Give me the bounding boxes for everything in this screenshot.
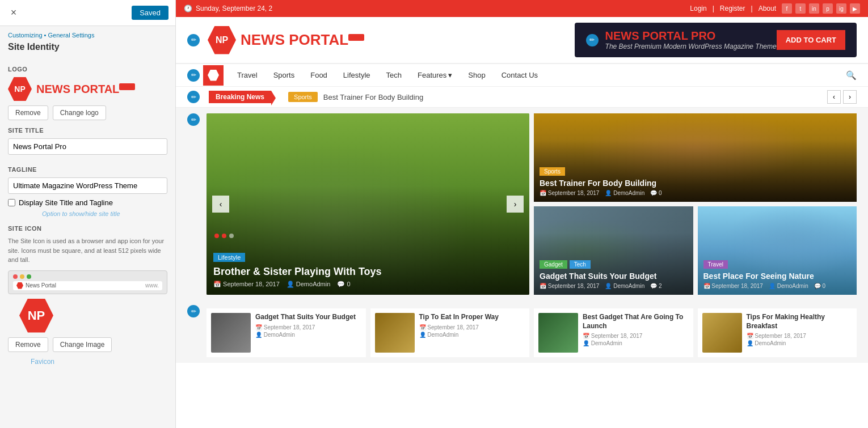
login-link[interactable]: Login — [690, 5, 706, 12]
youtube-icon[interactable]: ▶ — [850, 3, 860, 14]
pinterest-icon[interactable]: p — [823, 3, 833, 14]
fitness-date: 📅 September 18, 2017 — [540, 190, 599, 196]
hero-grid-inner: ‹ › Lifestyle Brother & Sister Playing W… — [207, 113, 857, 295]
mini-card-2-meta: 📅 September 18, 2017 👤 DemoAdmin — [419, 324, 525, 338]
main-content: ✏ ‹ › — [176, 108, 868, 363]
breaking-prev-button[interactable]: ‹ — [827, 90, 841, 104]
breadcrumb: Customizing • General Settings — [0, 26, 175, 40]
mini-card-2-title: Tip To Eat In Proper Way — [419, 313, 525, 322]
nav-sports[interactable]: Sports — [266, 64, 303, 86]
instagram-icon[interactable]: ig — [836, 3, 846, 14]
nav-contact[interactable]: Contact Us — [494, 64, 546, 86]
logo-section-label: Logo — [8, 66, 167, 73]
favicon-label: Favicon — [31, 358, 167, 366]
hero-top-right-card[interactable]: Sports Best Trainer For Body Building 📅 … — [534, 113, 857, 202]
hero-main-card[interactable]: ‹ › Lifestyle Brother & Sister Playing W… — [207, 113, 529, 295]
add-to-cart-button[interactable]: ADD TO CART — [777, 30, 845, 50]
hero-main-meta: 📅 September 18, 2017 👤 DemoAdmin 💬 0 — [213, 281, 523, 288]
panel-section-title: Site Identity — [0, 40, 175, 59]
twitter-icon[interactable]: t — [795, 3, 806, 14]
fitness-meta: 📅 September 18, 2017 👤 DemoAdmin 💬 0 — [540, 190, 851, 196]
breaking-next-button[interactable]: › — [843, 90, 857, 104]
mini-card-1-meta: 📅 September 18, 2017 👤 DemoAdmin — [255, 324, 361, 338]
mini-card-1-content: Gadget That Suits Your Budget 📅 Septembe… — [255, 313, 361, 338]
site-title-input[interactable] — [8, 138, 167, 155]
header-banner: ✏ NEWS PORTAL PRO The Best Premium Moder… — [575, 23, 857, 57]
travel-title: Best Place For Seeing Nature — [703, 271, 852, 281]
header-logo-text: NEWS PORTALPRO — [241, 31, 364, 49]
mini-card-2-image — [375, 313, 415, 353]
browser-favicon — [16, 282, 23, 289]
tagline-input[interactable] — [8, 177, 167, 194]
breaking-tag: Sports — [288, 92, 318, 102]
nav-logo-icon — [203, 65, 224, 86]
browser-dots — [13, 274, 162, 279]
nav-logo-area: ✏ — [187, 65, 229, 86]
nav-travel[interactable]: Travel — [229, 64, 266, 86]
change-logo-button[interactable]: Change logo — [53, 105, 106, 120]
gadget-comments: 💬 2 — [650, 283, 661, 289]
close-button[interactable]: × — [7, 6, 20, 20]
display-title-checkbox[interactable] — [8, 199, 15, 206]
logo-text: NEWS PORTALPRO — [36, 83, 135, 96]
browser-preview: News Portal www. — [8, 270, 167, 294]
show-hide-annotation: Option to show/hide site title — [42, 210, 167, 217]
hero-main-tag: Lifestyle — [213, 253, 245, 262]
breadcrumb-parent[interactable]: Customizing — [8, 32, 43, 39]
nav-features[interactable]: Features ▾ — [410, 64, 460, 86]
fitness-title: Best Trainer For Body Building — [540, 178, 851, 188]
social-icons: f t in p ig ▶ — [782, 3, 860, 14]
saved-button[interactable]: Saved — [132, 6, 168, 20]
hero-right-grid: Sports Best Trainer For Body Building 📅 … — [534, 113, 857, 295]
about-link[interactable]: About — [759, 5, 776, 12]
mini-card-2-content: Tip To Eat In Proper Way 📅 September 18,… — [419, 313, 525, 338]
breaking-text: Best Trainer For Body Building — [323, 93, 821, 101]
hero-main-caption: Lifestyle Brother & Sister Playing With … — [207, 246, 529, 295]
nav-lifestyle[interactable]: Lifestyle — [335, 64, 378, 86]
linkedin-icon[interactable]: in — [809, 3, 819, 14]
hero-prev-button[interactable]: ‹ — [212, 196, 229, 213]
hero-next-button[interactable]: › — [507, 196, 524, 213]
facebook-icon[interactable]: f — [782, 3, 792, 14]
mini-card-3-title: Best Gadget That Are Going To Launch — [583, 313, 689, 330]
mini-card-3[interactable]: Best Gadget That Are Going To Launch 📅 S… — [534, 308, 693, 357]
header-logo-area: ✏ NP NEWS PORTALPRO — [187, 26, 364, 54]
header-logo: NP NEWS PORTALPRO — [208, 26, 364, 54]
travel-card[interactable]: Travel Best Place For Seeing Nature 📅 Se… — [698, 206, 857, 295]
nav-tech[interactable]: Tech — [378, 64, 410, 86]
browser-www: www. — [145, 282, 159, 289]
nav-edit-pencil[interactable]: ✏ — [187, 69, 200, 82]
search-icon[interactable]: 🔍 — [846, 70, 857, 80]
mini-edit-pencil[interactable]: ✏ — [187, 305, 200, 317]
mini-card-2-author: 👤 DemoAdmin — [419, 332, 525, 338]
header-edit-pencil[interactable]: ✏ — [187, 34, 200, 46]
hero-dots — [214, 234, 234, 238]
display-title-label: Display Site Title and Tagline — [19, 198, 113, 207]
breaking-news-bar: ✏ Breaking News Sports Best Trainer For … — [176, 87, 868, 108]
mini-card-2[interactable]: Tip To Eat In Proper Way 📅 September 18,… — [370, 308, 530, 357]
dot-yellow — [20, 274, 24, 279]
remove-image-button[interactable]: Remove — [8, 337, 48, 352]
gadget-author: 👤 DemoAdmin — [605, 283, 644, 289]
gadget-date: 📅 September 18, 2017 — [540, 283, 599, 289]
hero-nav: ‹ › — [207, 196, 529, 213]
nav-shop[interactable]: Shop — [460, 64, 493, 86]
hero-edit-pencil[interactable]: ✏ — [187, 113, 200, 126]
bottom-cards-grid: Gadget That Suits Your Budget 📅 Septembe… — [207, 308, 857, 357]
change-image-button[interactable]: Change Image — [53, 337, 112, 352]
icon-buttons: Remove Change Image — [8, 337, 167, 352]
fitness-tags: Sports — [540, 167, 851, 176]
banner-edit-pencil[interactable]: ✏ — [586, 34, 599, 46]
mini-card-4[interactable]: Tips For Making Healthy Breakfast 📅 Sept… — [698, 308, 857, 357]
nav-food[interactable]: Food — [302, 64, 335, 86]
register-link[interactable]: Register — [720, 5, 745, 12]
gadget-meta: 📅 September 18, 2017 👤 DemoAdmin 💬 2 — [540, 283, 688, 289]
breaking-edit-pencil[interactable]: ✏ — [187, 91, 200, 103]
mini-card-1[interactable]: Gadget That Suits Your Budget 📅 Septembe… — [207, 308, 366, 357]
mini-card-1-author: 👤 DemoAdmin — [255, 332, 361, 338]
banner-title: NEWS PORTAL PRO — [605, 29, 777, 43]
browser-tab-text: News Portal — [26, 282, 56, 289]
remove-logo-button[interactable]: Remove — [8, 105, 48, 120]
gadget-card[interactable]: Gadget Tech Gadget That Suits Your Budge… — [534, 206, 693, 295]
topbar-date: Sunday, September 24, 2 — [196, 5, 272, 12]
